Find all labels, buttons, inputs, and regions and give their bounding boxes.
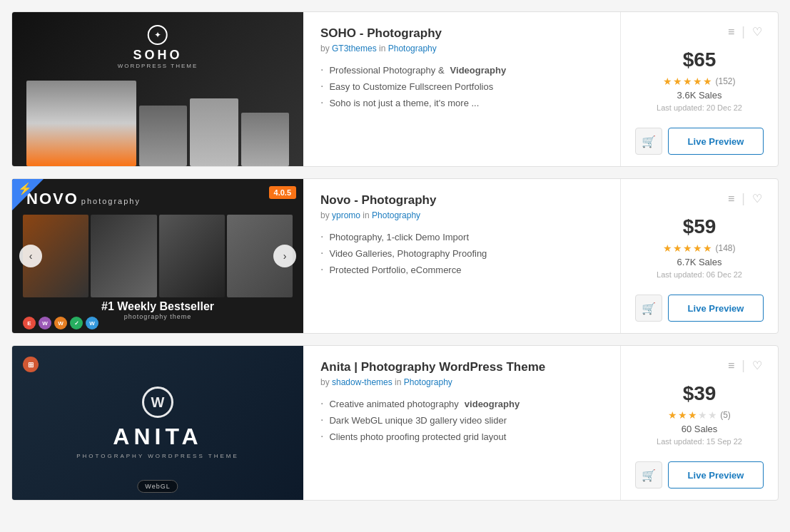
product-features: Photography, 1-click Demo ImportVideo Ga… xyxy=(320,232,603,275)
soho-mockup xyxy=(12,66,303,166)
category-link[interactable]: Photography xyxy=(372,210,420,220)
feature-item: Protected Portfolio, eCommerce xyxy=(320,265,603,275)
product-thumbnail: ⚡ 4.0.5 NOVOphotography #1 Weekly Bestse… xyxy=(12,179,303,333)
product-pricing: ≡ | ♡ $65 ★★★★★ (152) 3.6K Sales Last up… xyxy=(621,12,778,166)
product-pricing: ≡ | ♡ $39 ★★★★★ (5) 60 Sales Last update… xyxy=(621,346,778,500)
product-thumbnail: ✦ SOHO WORDPRESS THEME xyxy=(12,12,303,166)
novo-cell-2 xyxy=(91,215,156,297)
product-info: SOHO - Photography by GT3themes in Photo… xyxy=(303,12,621,166)
lightning-icon: ⚡ xyxy=(18,182,32,195)
anita-wp-icon: W xyxy=(142,387,173,418)
last-updated: Last updated: 20 Dec 22 xyxy=(657,103,742,112)
novo-thumbnail-inner: 4.0.5 NOVOphotography #1 Weekly Bestsell… xyxy=(12,179,303,333)
feature-item: Dark WebGL unique 3D gallery video slide… xyxy=(320,415,603,426)
soho-screen-sm3 xyxy=(241,113,289,166)
category-link[interactable]: Photography xyxy=(388,44,437,53)
wishlist-button[interactable]: ♡ xyxy=(751,190,764,207)
sales-count: 3.6K Sales xyxy=(677,90,722,101)
product-price: $39 xyxy=(683,382,716,405)
novo-grid xyxy=(23,215,293,297)
product-thumbnail: ⊞ W ANITA PHOTOGRAPHY WORDPRESS THEME We… xyxy=(12,346,303,500)
feature-item: Video Galleries, Photography Proofing xyxy=(320,248,603,259)
wishlist-button[interactable]: ♡ xyxy=(751,24,764,40)
anita-title: ANITA xyxy=(113,424,202,450)
review-count: (152) xyxy=(715,76,735,86)
pricing-buttons: 🛒 Live Preview xyxy=(635,128,764,155)
plugin-icon-5: W xyxy=(86,317,98,329)
novo-plugin-icons: E W W ✓ W xyxy=(23,317,98,329)
add-to-collection-button[interactable]: ≡ xyxy=(726,24,736,40)
pricing-buttons: 🛒 Live Preview xyxy=(635,295,764,322)
star-rating: ★★★★★ xyxy=(668,409,717,421)
product-list: ✦ SOHO WORDPRESS THEME SOHO - Photograph… xyxy=(11,11,779,501)
stars-row: ★★★★★ (5) xyxy=(668,409,731,421)
divider: | xyxy=(741,24,745,39)
carousel-next-button[interactable]: › xyxy=(273,245,296,267)
star-rating: ★★★★★ xyxy=(663,76,712,87)
category-link[interactable]: Photography xyxy=(404,377,452,387)
product-title: Novo - Photography xyxy=(320,193,603,208)
anita-thumbnail-inner: ⊞ W ANITA PHOTOGRAPHY WORDPRESS THEME We… xyxy=(12,346,303,500)
last-updated: Last updated: 06 Dec 22 xyxy=(657,270,742,279)
pricing-actions: ≡ | ♡ xyxy=(635,357,764,374)
product-author: by shadow-themes in Photography xyxy=(320,377,603,387)
product-author: by ypromo in Photography xyxy=(320,210,603,220)
soho-screen-sm2 xyxy=(190,98,238,166)
add-to-cart-button[interactable]: 🛒 xyxy=(635,295,662,322)
pricing-actions: ≡ | ♡ xyxy=(635,190,764,207)
sales-count: 6.7K Sales xyxy=(677,257,722,267)
add-to-collection-button[interactable]: ≡ xyxy=(726,358,736,374)
last-updated: Last updated: 15 Sep 22 xyxy=(657,437,742,446)
live-preview-button[interactable]: Live Preview xyxy=(668,295,764,322)
add-to-collection-button[interactable]: ≡ xyxy=(726,191,736,207)
product-card-soho: ✦ SOHO WORDPRESS THEME SOHO - Photograph… xyxy=(11,11,779,167)
author-link[interactable]: ypromo xyxy=(332,210,360,220)
product-card-novo: ⚡ 4.0.5 NOVOphotography #1 Weekly Bestse… xyxy=(11,178,779,334)
author-link[interactable]: GT3themes xyxy=(332,44,377,53)
live-preview-button[interactable]: Live Preview xyxy=(668,128,764,155)
product-price: $59 xyxy=(683,215,716,238)
feature-item: Creative animated photography videograph… xyxy=(320,399,603,409)
stars-row: ★★★★★ (148) xyxy=(663,242,735,254)
wpbakery-icon: W xyxy=(39,317,51,329)
soho-thumbnail-inner: ✦ SOHO WORDPRESS THEME xyxy=(12,12,303,166)
feature-item: Soho is not just a theme, it's more ... xyxy=(320,98,603,108)
feature-item: Photography, 1-click Demo Import xyxy=(320,232,603,242)
plugin-icon-4: ✓ xyxy=(70,317,83,329)
product-card-anita: ⊞ W ANITA PHOTOGRAPHY WORDPRESS THEME We… xyxy=(11,345,779,501)
soho-screen-sm1 xyxy=(139,106,187,166)
feature-item: Easy to Customize Fullscreen Portfolios xyxy=(320,81,603,92)
review-count: (5) xyxy=(720,410,731,420)
novo-cell-3 xyxy=(159,215,225,297)
divider: | xyxy=(741,191,745,206)
anita-webgl-badge: WebGL xyxy=(137,480,178,493)
product-pricing: ≡ | ♡ $59 ★★★★★ (148) 6.7K Sales Last up… xyxy=(621,179,778,333)
live-preview-button[interactable]: Live Preview xyxy=(668,461,764,488)
carousel-prev-button[interactable]: ‹ xyxy=(19,245,42,267)
pricing-buttons: 🛒 Live Preview xyxy=(635,461,764,488)
anita-subtitle: PHOTOGRAPHY WORDPRESS THEME xyxy=(76,453,239,459)
elementor-icon: E xyxy=(23,317,36,329)
soho-screen-main xyxy=(26,81,136,166)
feature-item: Clients photo proofing protected grid la… xyxy=(320,431,603,442)
soho-logo: ✦ SOHO WORDPRESS THEME xyxy=(118,25,198,69)
product-info: Anita | Photography WordPress Theme by s… xyxy=(303,346,621,500)
feature-item: Professional Photography & Videography xyxy=(320,65,603,76)
star-rating: ★★★★★ xyxy=(663,242,712,254)
novo-version-badge: 4.0.5 xyxy=(269,186,296,199)
product-author: by GT3themes in Photography xyxy=(320,44,603,53)
wishlist-button[interactable]: ♡ xyxy=(751,357,764,374)
lightning-badge: ⚡ xyxy=(12,179,44,210)
product-title: SOHO - Photography xyxy=(320,26,603,41)
stars-row: ★★★★★ (152) xyxy=(663,76,735,87)
pricing-actions: ≡ | ♡ xyxy=(635,24,764,40)
sales-count: 60 Sales xyxy=(682,424,718,434)
divider: | xyxy=(741,358,745,373)
anita-elementor-icon: ⊞ xyxy=(23,357,39,372)
product-info: Novo - Photography by ypromo in Photogra… xyxy=(303,179,621,333)
review-count: (148) xyxy=(715,243,735,253)
product-features: Creative animated photography videograph… xyxy=(320,399,603,442)
add-to-cart-button[interactable]: 🛒 xyxy=(635,128,662,155)
add-to-cart-button[interactable]: 🛒 xyxy=(635,461,662,488)
author-link[interactable]: shadow-themes xyxy=(332,377,393,387)
